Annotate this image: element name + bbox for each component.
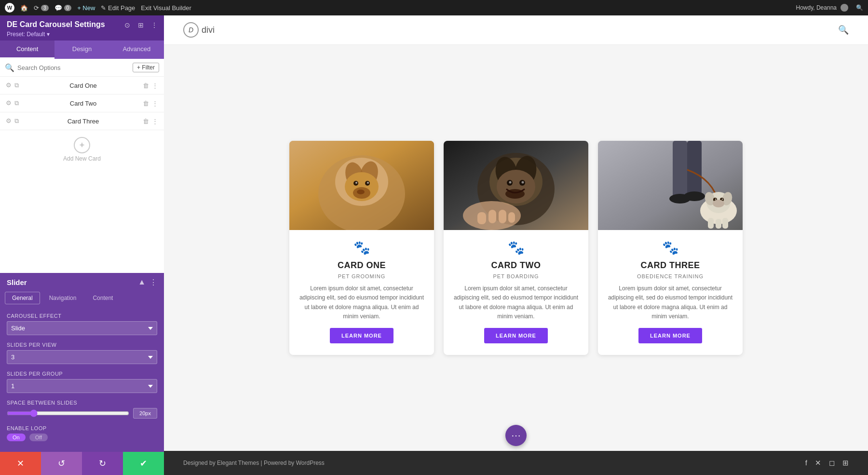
cancel-button[interactable]: ✕ xyxy=(0,452,41,475)
space-between-label: Space between Slides xyxy=(7,400,157,406)
space-between-slider-row: 20px xyxy=(7,408,157,419)
search-input[interactable] xyxy=(17,64,130,71)
sidebar-bottom-bar: ✕ ↺ ↻ ✔ xyxy=(0,452,164,475)
sidebar-content: ⚙ ⧉ Card One 🗑 ⋮ ⚙ ⧉ Card Two 🗑 ⋮ xyxy=(0,77,164,273)
carousel-effect-select[interactable]: Slide xyxy=(7,321,157,335)
slides-per-view-label: Slides Per View xyxy=(7,342,157,348)
svg-rect-24 xyxy=(477,212,486,224)
card-list-item[interactable]: ⚙ ⧉ Card One 🗑 ⋮ xyxy=(0,77,164,95)
card-duplicate-icon[interactable]: ⧉ xyxy=(14,99,19,107)
admin-bar-right: Howdy, Deanna 🔍 xyxy=(796,4,864,12)
footer-credit: Designed by Elegant Themes | Powered by … xyxy=(183,460,325,466)
card-delete-icon[interactable]: 🗑 xyxy=(143,100,149,107)
svg-point-39 xyxy=(715,199,717,200)
add-new-card-button[interactable]: + Add New Card xyxy=(0,130,164,169)
divi-logo-circle: D xyxy=(183,22,199,38)
updates-icon: ⟳ xyxy=(34,4,39,12)
divi-logo-char: D xyxy=(189,26,193,34)
card-two-label: Card Two xyxy=(24,100,143,107)
card-two-btn[interactable]: LEARN MORE xyxy=(484,328,548,343)
wp-logo-icon[interactable]: W xyxy=(5,3,14,13)
admin-bar-edit-button[interactable]: ✎ Edit Page xyxy=(101,4,135,12)
more-options-icon[interactable]: ⋮ xyxy=(149,20,159,30)
card-more-icon[interactable]: ⋮ xyxy=(152,100,158,107)
redo-button[interactable]: ↻ xyxy=(82,452,123,475)
comments-icon: 💬 xyxy=(54,4,62,12)
fab-icon: ⋯ xyxy=(511,430,521,441)
search-icon: 🔍 xyxy=(5,63,14,72)
slider-more-icon[interactable]: ⋮ xyxy=(149,278,157,287)
space-between-range[interactable] xyxy=(7,409,129,417)
card-one-paw-icon: 🐾 xyxy=(353,240,370,256)
card-one-image xyxy=(289,141,434,230)
card-list-item[interactable]: ⚙ ⧉ Card Two 🗑 ⋮ xyxy=(0,95,164,112)
tab-advanced[interactable]: Advanced xyxy=(109,41,164,59)
site-footer: Designed by Elegant Themes | Powered by … xyxy=(164,451,868,475)
twitter-x-icon[interactable]: ✕ xyxy=(815,459,821,467)
instagram-icon[interactable]: ◻ xyxy=(829,459,835,467)
rss-icon[interactable]: ⊞ xyxy=(842,459,849,467)
svg-rect-25 xyxy=(488,210,496,223)
card-list-item[interactable]: ⚙ ⧉ Card Three 🗑 ⋮ xyxy=(0,112,164,130)
slides-per-view-field: Slides Per View 3 xyxy=(7,342,157,364)
card-delete-icon[interactable]: 🗑 xyxy=(143,82,149,89)
svg-rect-43 xyxy=(716,219,721,229)
slider-tab-navigation[interactable]: Navigation xyxy=(42,292,84,304)
slider-collapse-icon[interactable]: ▲ xyxy=(138,278,146,287)
filter-button[interactable]: + Filter xyxy=(133,63,159,72)
slides-per-view-select[interactable]: 3 xyxy=(7,350,157,364)
card-settings-icon[interactable]: ⚙ xyxy=(6,81,12,89)
card-two-subtitle: PET BOARDING xyxy=(493,273,539,279)
card-item-right-icons: 🗑 ⋮ xyxy=(143,82,158,89)
slider-sub-tabs: General Navigation Content xyxy=(0,292,164,304)
enable-loop-off[interactable]: Off xyxy=(29,434,48,441)
card-one-body: 🐾 CARD ONE PET GROOMING Lorem ipsum dolo… xyxy=(289,230,434,355)
facebook-icon[interactable]: f xyxy=(805,459,807,467)
card-one: 🐾 CARD ONE PET GROOMING Lorem ipsum dolo… xyxy=(289,141,434,355)
admin-bar-new-button[interactable]: + New xyxy=(77,4,95,12)
site-name-icon: 🏠 xyxy=(20,4,28,12)
card-three-title: CARD THREE xyxy=(640,260,700,271)
card-two-image xyxy=(444,141,588,230)
card-settings-icon[interactable]: ⚙ xyxy=(6,99,12,107)
admin-bar-comments[interactable]: 💬 0 xyxy=(54,4,72,12)
enable-loop-on[interactable]: On xyxy=(7,434,26,441)
slides-per-group-select[interactable]: 1 xyxy=(7,379,157,393)
save-button[interactable]: ✔ xyxy=(123,452,164,475)
sidebar-header-actions: ⊙ ⊞ ⋮ xyxy=(122,20,159,30)
admin-search-icon[interactable]: 🔍 xyxy=(856,4,863,11)
howdy-text: Howdy, Deanna xyxy=(796,4,837,11)
admin-bar-updates[interactable]: ⟳ 3 xyxy=(34,4,49,12)
slider-tab-general[interactable]: General xyxy=(5,292,40,304)
card-one-subtitle: PET GROOMING xyxy=(338,273,386,279)
site-search-icon[interactable]: 🔍 xyxy=(838,25,849,35)
slider-tab-content[interactable]: Content xyxy=(85,292,120,304)
space-between-value: 20px xyxy=(133,408,157,419)
card-item-left-icons: ⚙ ⧉ xyxy=(6,81,19,89)
svg-rect-27 xyxy=(508,212,515,223)
card-settings-icon[interactable]: ⚙ xyxy=(6,117,12,125)
card-three-btn[interactable]: LEARN MORE xyxy=(638,328,702,343)
admin-bar-exit-button[interactable]: Exit Visual Builder xyxy=(141,4,191,12)
fab-button[interactable]: ⋯ xyxy=(505,425,527,446)
svg-point-10 xyxy=(355,182,357,184)
column-layout-icon[interactable]: ⊞ xyxy=(136,20,146,30)
card-more-icon[interactable]: ⋮ xyxy=(152,82,158,89)
slides-per-group-field: Slides Per Group 1 xyxy=(7,371,157,393)
tab-design[interactable]: Design xyxy=(54,41,109,59)
card-duplicate-icon[interactable]: ⧉ xyxy=(14,81,19,89)
portability-icon[interactable]: ⊙ xyxy=(122,20,132,30)
card-delete-icon[interactable]: 🗑 xyxy=(143,118,149,125)
card-one-btn[interactable]: LEARN MORE xyxy=(330,328,393,343)
enable-loop-toggle-row: On Off xyxy=(7,434,157,441)
undo-button[interactable]: ↺ xyxy=(41,452,82,475)
card-three-desc: Lorem ipsum dolor sit amet, consectetur … xyxy=(608,284,733,321)
sidebar-preset[interactable]: Preset: Default ▾ xyxy=(7,31,157,38)
tab-content[interactable]: Content xyxy=(0,41,54,59)
svg-point-21 xyxy=(509,181,512,184)
divi-logo[interactable]: D divi xyxy=(183,22,215,38)
card-duplicate-icon[interactable]: ⧉ xyxy=(14,117,19,125)
admin-bar-site-link[interactable]: 🏠 xyxy=(20,4,28,12)
card-more-icon[interactable]: ⋮ xyxy=(152,118,158,125)
user-avatar[interactable] xyxy=(841,4,848,12)
